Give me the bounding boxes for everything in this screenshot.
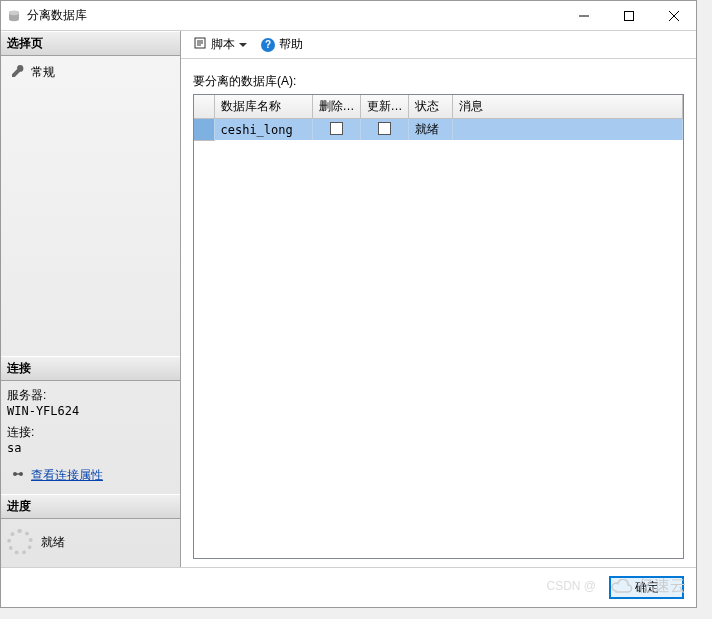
cell-message: [452, 119, 683, 141]
app-icon: [7, 9, 21, 23]
close-button[interactable]: [651, 1, 696, 30]
dialog-footer: 确定: [1, 567, 696, 607]
help-button[interactable]: ? 帮助: [257, 34, 307, 55]
grid-corner: [194, 95, 214, 119]
sidebar-item-general[interactable]: 常规: [7, 62, 174, 83]
progress-status: 就绪: [41, 534, 65, 551]
cell-database-name[interactable]: ceshi_long: [214, 119, 312, 141]
minimize-button[interactable]: [561, 1, 606, 30]
sidebar-item-label: 常规: [31, 64, 55, 81]
cell-update[interactable]: [360, 119, 408, 141]
cell-state: 就绪: [408, 119, 452, 141]
col-drop[interactable]: 删除…: [312, 95, 360, 119]
ok-button[interactable]: 确定: [609, 576, 684, 599]
col-update[interactable]: 更新…: [360, 95, 408, 119]
window-title: 分离数据库: [27, 7, 561, 24]
col-state[interactable]: 状态: [408, 95, 452, 119]
toolbar: 脚本 ? 帮助: [181, 31, 696, 59]
server-label: 服务器:: [7, 387, 174, 404]
col-message[interactable]: 消息: [452, 95, 683, 119]
connection-label: 连接:: [7, 424, 174, 441]
progress-header: 进度: [1, 494, 180, 519]
script-button[interactable]: 脚本: [189, 34, 251, 55]
script-label: 脚本: [211, 36, 235, 53]
main-panel: 脚本 ? 帮助 要分离的数据库(A):: [181, 31, 696, 567]
grid-header-row: 数据库名称 删除… 更新… 状态 消息: [194, 95, 683, 119]
checkbox-drop[interactable]: [330, 122, 343, 135]
svg-point-1: [9, 10, 19, 14]
view-connection-properties[interactable]: 查看连接属性: [7, 465, 174, 486]
cell-drop[interactable]: [312, 119, 360, 141]
help-icon: ?: [261, 38, 275, 52]
grid-label: 要分离的数据库(A):: [193, 73, 684, 90]
wrench-icon: [11, 64, 25, 81]
maximize-button[interactable]: [606, 1, 651, 30]
sidebar: 选择页 常规 连接 服务器: WIN-YFL624 连接:: [1, 31, 181, 567]
col-database-name[interactable]: 数据库名称: [214, 95, 312, 119]
svg-rect-3: [624, 11, 633, 20]
connection-value: sa: [7, 441, 174, 455]
progress-spinner-icon: [7, 529, 33, 555]
connection-header: 连接: [1, 356, 180, 381]
row-header[interactable]: [194, 119, 214, 141]
select-page-header: 选择页: [1, 31, 180, 56]
view-connection-properties-link[interactable]: 查看连接属性: [31, 467, 103, 484]
table-row[interactable]: ceshi_long 就绪: [194, 119, 683, 141]
chevron-down-icon: [239, 43, 247, 47]
detach-database-dialog: 分离数据库 选择页 常规: [0, 0, 697, 608]
checkbox-update[interactable]: [378, 122, 391, 135]
server-value: WIN-YFL624: [7, 404, 174, 418]
properties-icon: [11, 467, 25, 484]
script-icon: [193, 36, 207, 53]
titlebar: 分离数据库: [1, 1, 696, 31]
databases-grid[interactable]: 数据库名称 删除… 更新… 状态 消息 ceshi_l: [193, 94, 684, 559]
help-label: 帮助: [279, 36, 303, 53]
